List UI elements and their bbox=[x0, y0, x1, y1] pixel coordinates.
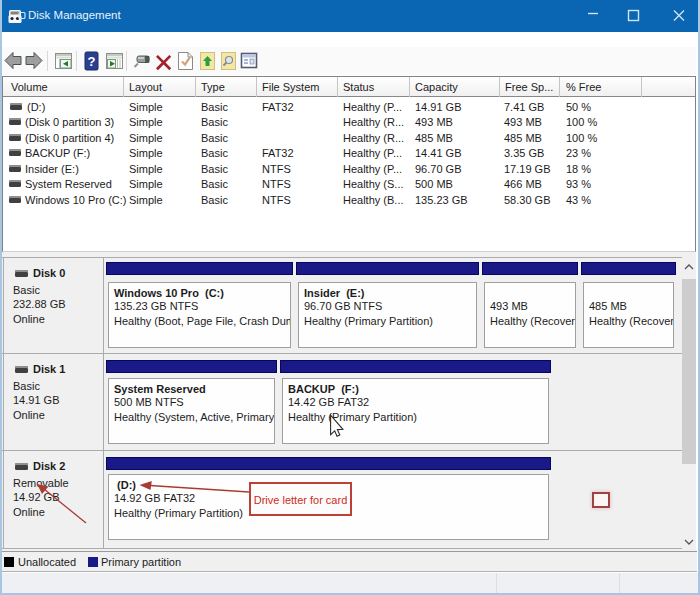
svg-text:?: ? bbox=[88, 54, 96, 69]
